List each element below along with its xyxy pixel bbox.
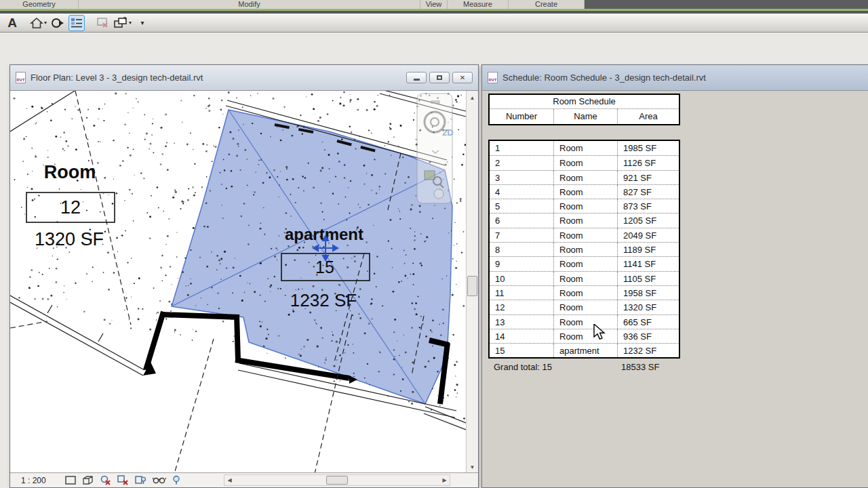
cell-area[interactable]: 1141 SF (617, 257, 679, 270)
switch-windows-icon[interactable]: ▾ (113, 15, 132, 31)
floor-plan-titlebar[interactable]: RVT Floor Plan: Level 3 - 3_design tech-… (10, 65, 478, 91)
cell-area[interactable]: 936 SF (617, 329, 679, 343)
schedule-row[interactable]: 6 Room 1205 SF (490, 213, 679, 227)
cell-area[interactable]: 1126 SF (617, 156, 679, 169)
reveal-hidden-icon[interactable] (153, 476, 166, 485)
schedule-row[interactable]: 2 Room 1126 SF (490, 155, 679, 169)
cell-number[interactable]: 13 (490, 315, 553, 329)
cell-number[interactable]: 7 (490, 228, 553, 242)
cell-area[interactable]: 665 SF (617, 315, 679, 329)
cell-number[interactable]: 12 (490, 300, 553, 314)
schedule-row[interactable]: 13 Room 665 SF (490, 314, 679, 329)
schedule-row[interactable]: 5 Room 873 SF (490, 199, 679, 213)
cell-number[interactable]: 3 (490, 171, 553, 184)
cell-name[interactable]: Room (553, 228, 617, 242)
cell-name[interactable]: Room (553, 257, 617, 270)
schedule-row[interactable]: 8 Room 1189 SF (490, 242, 679, 256)
schedule-row[interactable]: 11 Room 1958 SF (490, 285, 679, 300)
cell-number[interactable]: 14 (490, 329, 553, 343)
schedule-row[interactable]: 15 apartment 1232 SF (490, 343, 679, 357)
schedule-row[interactable]: 7 Room 2049 SF (490, 228, 679, 242)
dropdown-caret-icon: ▾ (44, 20, 47, 26)
schedule-row[interactable]: 3 Room 921 SF (490, 170, 679, 184)
tag-marker-icon[interactable] (50, 15, 66, 31)
cell-area[interactable]: 873 SF (617, 199, 679, 213)
cell-number[interactable]: 4 (490, 185, 553, 199)
scroll-left-icon[interactable]: ◀ (224, 475, 235, 485)
cell-area[interactable]: 1232 SF (617, 344, 679, 357)
home-view-icon[interactable]: ▾ (30, 15, 47, 31)
schedule-row[interactable]: 9 Room 1141 SF (490, 256, 679, 270)
column-header-number[interactable]: Number (490, 109, 553, 124)
schedule-row[interactable]: 10 Room 1105 SF (490, 271, 679, 285)
cell-number[interactable]: 9 (490, 257, 553, 270)
cell-area[interactable]: 1205 SF (617, 214, 679, 227)
cell-name[interactable]: Room (553, 141, 617, 155)
sun-path-icon[interactable] (100, 475, 111, 485)
view-control-bar: 1 : 200 ◀ ▶ (10, 472, 478, 487)
scroll-down-icon[interactable]: ▼ (467, 462, 477, 472)
temporary-view-icon[interactable] (172, 475, 180, 485)
column-header-name[interactable]: Name (553, 109, 617, 124)
schedule-rows: 1 Room 1985 SF 2 Room 1126 SF 3 (488, 140, 680, 359)
schedule-row[interactable]: 1 Room 1985 SF (490, 141, 679, 155)
cell-number[interactable]: 1 (490, 141, 553, 155)
detail-level-icon[interactable] (65, 475, 76, 485)
show-rendering-icon[interactable] (135, 475, 146, 485)
cell-name[interactable]: apartment (553, 344, 617, 357)
scroll-right-icon[interactable]: ▶ (439, 475, 450, 485)
cell-area[interactable]: 1958 SF (617, 286, 679, 300)
schedule-legend-icon[interactable] (68, 15, 85, 31)
floor-plan-window: RVT Floor Plan: Level 3 - 3_design tech-… (9, 64, 479, 488)
horizontal-scroll-thumb[interactable] (326, 476, 348, 485)
plan-vertical-scrollbar[interactable]: ▲ ▼ (466, 91, 478, 474)
cell-name[interactable]: Room (553, 272, 617, 285)
schedule-titlebar[interactable]: RVT Schedule: Room Schedule - 3_design t… (482, 65, 868, 91)
cell-number[interactable]: 8 (490, 243, 553, 256)
cell-name[interactable]: Room (553, 156, 617, 169)
cell-area[interactable]: 1985 SF (617, 141, 679, 155)
minimize-button[interactable] (406, 72, 427, 83)
column-header-area[interactable]: Area (617, 109, 679, 124)
floor-plan-canvas[interactable]: Room 12 1320 SF apartment 15 1232 SF (10, 91, 466, 474)
cell-name[interactable]: Room (553, 185, 617, 199)
ribbon-panel-view: View (420, 0, 448, 9)
svg-text:1232 SF: 1232 SF (290, 290, 357, 310)
text-tool-icon[interactable]: A (4, 15, 20, 31)
cell-area[interactable]: 827 SF (617, 185, 679, 199)
toolbar-overflow-icon[interactable]: ▾ (134, 15, 151, 31)
plan-horizontal-scrollbar[interactable]: ◀ ▶ (224, 474, 450, 486)
view-scale-control[interactable]: 1 : 200 (21, 476, 46, 485)
cell-area[interactable]: 1189 SF (617, 243, 679, 256)
cell-area[interactable]: 2049 SF (617, 228, 679, 242)
vertical-scroll-thumb[interactable] (467, 276, 477, 296)
cell-number[interactable]: 5 (490, 199, 553, 213)
cell-name[interactable]: Room (553, 199, 617, 213)
cell-name[interactable]: Room (553, 214, 617, 227)
cell-name[interactable]: Room (553, 315, 617, 329)
close-inactive-windows-icon[interactable] (94, 15, 111, 31)
schedule-row[interactable]: 4 Room 827 SF (490, 184, 679, 199)
cell-number[interactable]: 2 (490, 156, 553, 169)
cell-number[interactable]: 11 (490, 286, 553, 300)
close-button[interactable]: ✕ (452, 72, 473, 83)
restore-button[interactable] (429, 72, 450, 83)
cell-area[interactable]: 1105 SF (617, 272, 679, 285)
cell-area[interactable]: 1320 SF (617, 300, 679, 314)
svg-text:1320 SF: 1320 SF (35, 229, 104, 249)
shadows-icon[interactable] (117, 475, 129, 485)
visual-style-icon[interactable] (82, 475, 94, 485)
schedule-row[interactable]: 12 Room 1320 SF (490, 300, 679, 314)
cell-name[interactable]: Room (553, 300, 617, 314)
cell-area[interactable]: 921 SF (617, 171, 679, 184)
schedule-row[interactable]: 14 Room 936 SF (490, 329, 679, 343)
cell-name[interactable]: Room (553, 329, 617, 343)
cell-name[interactable]: Room (553, 286, 617, 300)
cell-number[interactable]: 15 (490, 344, 553, 357)
cell-number[interactable]: 10 (490, 272, 553, 285)
schedule-title-cell[interactable]: Room Schedule (490, 95, 679, 109)
cell-number[interactable]: 6 (490, 214, 553, 227)
cell-name[interactable]: Room (553, 171, 617, 184)
cell-name[interactable]: Room (553, 243, 617, 256)
scroll-up-icon[interactable]: ▲ (467, 92, 477, 103)
